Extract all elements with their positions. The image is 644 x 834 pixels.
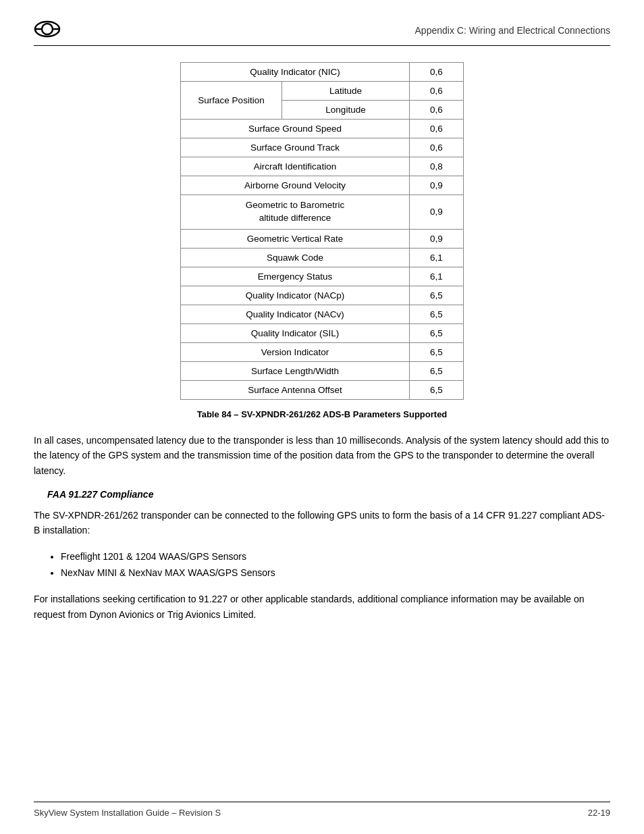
body-paragraph-3: For installations seeking certification …: [34, 592, 610, 622]
table-row: Surface Length/Width 6,5: [181, 361, 464, 380]
page-header: Appendix C: Wiring and Electrical Connec…: [34, 20, 610, 46]
table-row: Aircraft Identification 0,8: [181, 157, 464, 176]
table-caption: Table 84 – SV-XPNDR-261/262 ADS-B Parame…: [34, 409, 610, 419]
table-cell-value: 0,9: [410, 195, 464, 230]
footer-right: 22-19: [588, 808, 610, 818]
parameters-table: Quality Indicator (NIC) 0,6 Surface Posi…: [180, 62, 464, 400]
table-cell-label: Squawk Code: [181, 248, 410, 267]
table-cell-label: Geometric to Barometricaltitude differen…: [181, 195, 410, 230]
table-cell-value: 0,6: [410, 63, 464, 82]
table-cell-value: 6,5: [410, 361, 464, 380]
table-cell-label: Airborne Ground Velocity: [181, 176, 410, 195]
table-cell-value: 0,6: [410, 82, 464, 101]
table-cell-value: 0,9: [410, 229, 464, 248]
table-cell-label: Quality Indicator (NACv): [181, 305, 410, 323]
footer-left: SkyView System Installation Guide – Revi…: [34, 808, 221, 818]
body-paragraph-1: In all cases, uncompensated latency due …: [34, 433, 610, 478]
table-cell-label: Aircraft Identification: [181, 157, 410, 176]
table-row: Surface Ground Track 0,6: [181, 138, 464, 157]
table-cell-value: 0,6: [410, 120, 464, 138]
table-row: Quality Indicator (NIC) 0,6: [181, 63, 464, 82]
table-cell-label: Emergency Status: [181, 267, 410, 286]
logo-icon: [34, 20, 61, 40]
table-row: Quality Indicator (NACp) 6,5: [181, 286, 464, 305]
table-cell-label: Version Indicator: [181, 342, 410, 361]
table-row: Emergency Status 6,1: [181, 267, 464, 286]
table-row: Version Indicator 6,5: [181, 342, 464, 361]
section-heading: FAA 91.227 Compliance: [34, 489, 610, 500]
table-cell-label: Quality Indicator (SIL): [181, 323, 410, 342]
table-cell-value: 0,6: [410, 138, 464, 157]
table-cell-value: 6,5: [410, 323, 464, 342]
list-item: NexNav MINI & NexNav MAX WAAS/GPS Sensor…: [61, 565, 610, 581]
list-item: Freeflight 1201 & 1204 WAAS/GPS Sensors: [61, 549, 610, 565]
table-cell-label: Surface Position: [181, 82, 282, 120]
header-title: Appendix C: Wiring and Electrical Connec…: [415, 25, 610, 36]
table-cell-value: 6,5: [410, 286, 464, 305]
table-wrapper: Quality Indicator (NIC) 0,6 Surface Posi…: [34, 62, 610, 400]
table-cell-value: 6,1: [410, 248, 464, 267]
table-cell-sublabel: Longitude: [282, 101, 410, 120]
table-row: Surface Antenna Offset 6,5: [181, 380, 464, 399]
table-row: Airborne Ground Velocity 0,9: [181, 176, 464, 195]
table-row: Geometric to Barometricaltitude differen…: [181, 195, 464, 230]
table-cell-sublabel: Latitude: [282, 82, 410, 101]
svg-point-1: [42, 24, 53, 34]
table-row: Surface Position Latitude 0,6: [181, 82, 464, 101]
table-row: Geometric Vertical Rate 0,9: [181, 229, 464, 248]
table-cell-value: 6,5: [410, 305, 464, 323]
page-footer: SkyView System Installation Guide – Revi…: [34, 802, 610, 818]
table-cell-value: 6,1: [410, 267, 464, 286]
table-cell-label: Surface Antenna Offset: [181, 380, 410, 399]
table-cell-value: 0,6: [410, 101, 464, 120]
table-cell-label: Surface Ground Track: [181, 138, 410, 157]
table-row: Quality Indicator (SIL) 6,5: [181, 323, 464, 342]
table-cell-label: Quality Indicator (NIC): [181, 63, 410, 82]
bullet-list: Freeflight 1201 & 1204 WAAS/GPS Sensors …: [61, 549, 610, 581]
table-cell-label: Surface Ground Speed: [181, 120, 410, 138]
table-cell-value: 0,9: [410, 176, 464, 195]
table-cell-label: Surface Length/Width: [181, 361, 410, 380]
body-paragraph-2: The SV-XPNDR-261/262 transponder can be …: [34, 508, 610, 538]
table-cell-label: Quality Indicator (NACp): [181, 286, 410, 305]
table-row: Quality Indicator (NACv) 6,5: [181, 305, 464, 323]
table-cell-value: 6,5: [410, 380, 464, 399]
table-row: Surface Ground Speed 0,6: [181, 120, 464, 138]
table-cell-value: 6,5: [410, 342, 464, 361]
table-cell-label: Geometric Vertical Rate: [181, 229, 410, 248]
table-cell-value: 0,8: [410, 157, 464, 176]
table-row: Squawk Code 6,1: [181, 248, 464, 267]
